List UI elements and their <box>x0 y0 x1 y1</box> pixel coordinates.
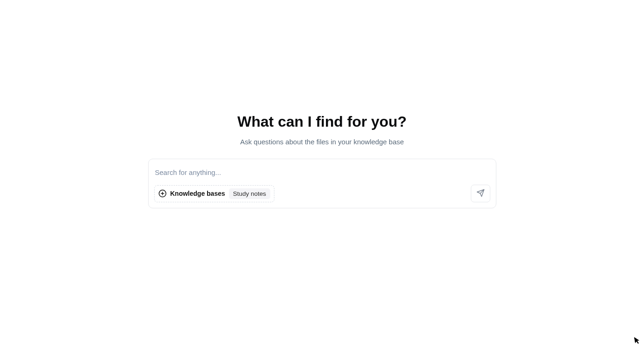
search-bottom-row: Knowledge bases Study notes <box>154 185 490 202</box>
add-knowledge-base-button[interactable]: Knowledge bases <box>158 189 225 198</box>
page-title: What can I find for you? <box>237 113 406 130</box>
knowledge-bases-group: Knowledge bases Study notes <box>154 185 275 202</box>
knowledge-base-chip[interactable]: Study notes <box>229 188 270 199</box>
search-input[interactable] <box>154 165 490 185</box>
main-container: What can I find for you? Ask questions a… <box>0 0 644 208</box>
cursor-icon <box>634 336 641 346</box>
search-card: Knowledge bases Study notes <box>148 159 496 208</box>
page-subtitle: Ask questions about the files in your kn… <box>240 138 404 146</box>
knowledge-bases-label: Knowledge bases <box>170 190 225 197</box>
send-button[interactable] <box>471 185 490 202</box>
plus-circle-icon <box>158 189 167 198</box>
send-icon <box>476 189 485 199</box>
